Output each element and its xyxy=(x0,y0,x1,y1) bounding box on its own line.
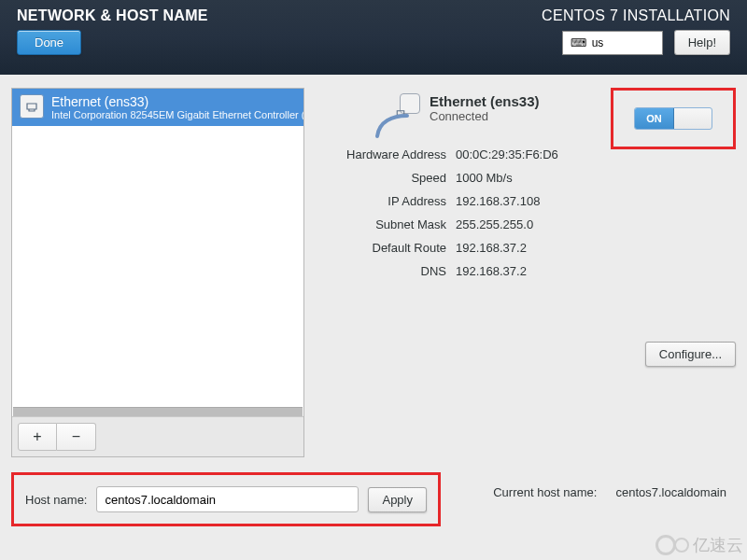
add-interface-button[interactable]: + xyxy=(18,423,57,451)
done-button[interactable]: Done xyxy=(17,30,81,55)
help-button[interactable]: Help! xyxy=(674,30,730,55)
field-value: 192.168.37.2 xyxy=(456,241,736,255)
configure-button[interactable]: Configure... xyxy=(645,342,736,367)
details-status: Connected xyxy=(430,109,540,123)
field-label: Speed xyxy=(316,171,446,185)
horizontal-scrollbar[interactable] xyxy=(13,407,303,416)
current-hostname: Current host name: centos7.localdomain xyxy=(493,485,736,499)
field-label: Hardware Address xyxy=(316,147,446,161)
watermark-icon xyxy=(655,535,676,555)
details-interface-name: Ethernet (ens33) xyxy=(430,93,540,109)
connection-toggle-highlight: ON xyxy=(611,88,736,149)
keyboard-icon: ⌨ xyxy=(571,36,586,49)
field-value: 1000 Mb/s xyxy=(456,171,736,185)
ethernet-port-icon xyxy=(400,93,420,114)
content-area: Ethernet (ens33) Intel Corporation 82545… xyxy=(0,75,747,560)
current-hostname-value: centos7.localdomain xyxy=(615,485,726,499)
watermark: 亿速云 xyxy=(655,534,743,556)
top-bar: NETWORK & HOST NAME Done CENTOS 7 INSTAL… xyxy=(0,0,747,75)
details-fields: Hardware Address 00:0C:29:35:F6:D6 Speed… xyxy=(312,147,736,278)
interface-list[interactable]: Ethernet (ens33) Intel Corporation 82545… xyxy=(12,89,303,407)
keyboard-layout-indicator[interactable]: ⌨ us xyxy=(562,31,663,55)
current-hostname-label: Current host name: xyxy=(493,485,597,499)
interface-list-panel: Ethernet (ens33) Intel Corporation 82545… xyxy=(11,88,304,457)
connection-toggle[interactable]: ON xyxy=(634,107,712,130)
field-label: DNS xyxy=(316,264,446,278)
ethernet-cable-icon xyxy=(379,93,420,134)
interface-details-panel: ON Ethernet (ens33) Connected Hardware A xyxy=(312,88,736,367)
toggle-on-label: ON xyxy=(635,108,674,129)
interface-name: Ethernet (ens33) xyxy=(51,94,303,109)
interface-device-desc: Intel Corporation 82545EM Gigabit Ethern… xyxy=(51,109,303,120)
interface-list-item[interactable]: Ethernet (ens33) Intel Corporation 82545… xyxy=(12,89,303,126)
field-value: 00:0C:29:35:F6:D6 xyxy=(456,147,736,161)
watermark-icon xyxy=(674,538,689,553)
interface-toolbar: + − xyxy=(12,416,303,456)
hostname-input[interactable] xyxy=(96,486,359,512)
field-label: Default Route xyxy=(316,241,446,255)
page-title: NETWORK & HOST NAME xyxy=(17,7,208,24)
watermark-text: 亿速云 xyxy=(693,534,743,556)
remove-interface-button[interactable]: − xyxy=(57,423,96,451)
installer-title: CENTOS 7 INSTALLATION xyxy=(542,7,730,24)
field-label: Subnet Mask xyxy=(316,217,446,231)
field-value: 192.168.37.2 xyxy=(456,264,736,278)
field-value: 255.255.255.0 xyxy=(456,217,736,231)
ethernet-port-icon xyxy=(20,94,44,119)
field-label: IP Address xyxy=(316,194,446,208)
hostname-label: Host name: xyxy=(25,493,87,507)
apply-hostname-button[interactable]: Apply xyxy=(368,487,427,512)
hostname-highlight: Host name: Apply xyxy=(11,472,441,526)
field-value: 192.168.37.108 xyxy=(456,194,736,208)
toggle-knob xyxy=(674,108,712,129)
keyboard-layout-label: us xyxy=(592,36,604,49)
